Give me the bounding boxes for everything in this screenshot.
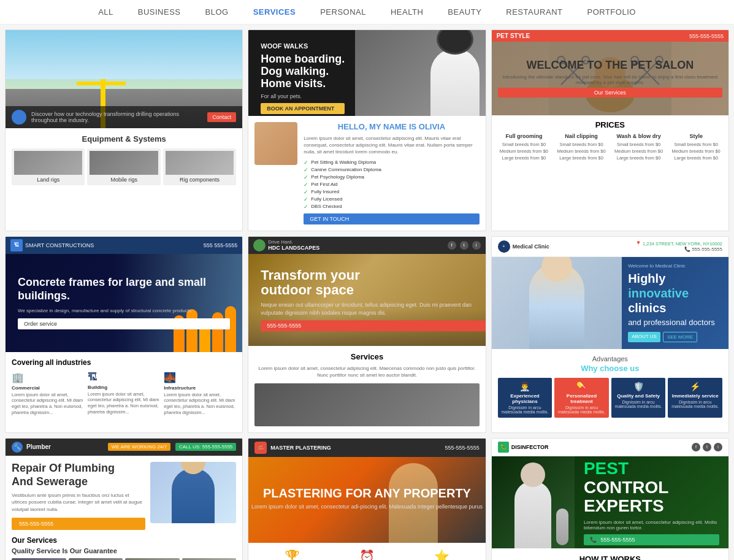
nav-beauty[interactable]: BEAUTY — [448, 7, 481, 17]
covering-section: Covering all industries 🏢 Commercial Lor… — [6, 352, 242, 422]
pet-salon-header: PET STYLE 555-555-5555 — [492, 30, 728, 42]
landscape-brand-name: Drive Hard. HDC LANDSCAPES — [268, 239, 319, 251]
instagram-icon[interactable]: i — [472, 241, 481, 250]
see-more-button[interactable]: SEE MORE — [663, 332, 697, 342]
pest-phone-button[interactable]: 📞 555-555-5555 — [584, 534, 719, 545]
about-us-button[interactable]: ABOUT US — [628, 332, 660, 342]
landscape-services-text: Lorem ipsum dolor sit amet, consectetur … — [254, 365, 479, 378]
building-icon-ind: 🏗 — [88, 372, 160, 383]
style-title: Style — [668, 133, 724, 139]
working-badge: WE ARE WORKING 24/7 — [108, 443, 170, 451]
nav-personal[interactable]: PERSONAL — [320, 7, 366, 17]
covering-title: Covering all industries — [12, 358, 236, 367]
plumber-phone-badge: CALL US: 555-555-5555 — [175, 443, 236, 451]
nav-health[interactable]: HEALTH — [391, 7, 423, 17]
pet-hero-overlay: WELCOME TO THE PET SALON Introducing the… — [492, 42, 728, 115]
construction-hero-image: Discover how our technology transforming… — [6, 30, 242, 128]
landscape-name-text: HDC LANDSCAPES — [268, 245, 319, 251]
card-grid: Discover how our technology transforming… — [0, 25, 734, 560]
construction-banner: Discover how our technology transforming… — [6, 106, 242, 128]
landscape-phone-button[interactable]: 555-555-5555 — [261, 320, 485, 331]
plumber-top-bar: 🔧 Plumber WE ARE WORKING 24/7 CALL US: 5… — [6, 439, 242, 456]
phone-pest-icon: 📞 — [590, 537, 597, 543]
pest-facebook-icon[interactable]: f — [692, 443, 700, 451]
twitter-icon[interactable]: t — [460, 241, 468, 250]
pest-twitter-icon[interactable]: t — [703, 443, 711, 451]
infrastructure-icon: 🌉 — [164, 372, 236, 383]
adv-experienced: 👨‍⚕️ Experienced physicians Dignissim in… — [498, 378, 552, 418]
facebook-icon[interactable]: f — [448, 241, 456, 250]
pest-cta-text: 555-555-5555 — [600, 537, 635, 543]
pest-line3: EXPERTS — [584, 497, 719, 516]
book-appointment-button[interactable]: BOOK AN APPOINTMENT — [261, 103, 345, 114]
feature-feedback: ⭐ 5 STAR FEEDBACK Lorem ipsum dolor sit … — [405, 549, 480, 560]
concrete-top-bar: 🏗 SMART CONSTRUCTIONS 555 555-5555 — [6, 237, 242, 254]
check-icon-1: ✓ — [304, 159, 308, 166]
headline-outdoor: outdoor space — [261, 283, 485, 297]
equip-mobile-rigs[interactable]: Mobile rigs — [87, 148, 160, 185]
feature-experience: ⏰ OVER 20 YEARS EXPERIENCE Lorem ipsum d… — [329, 549, 404, 560]
dog-subtext: For all your pets. — [261, 93, 345, 99]
equip-land-rigs[interactable]: Land rigs — [12, 148, 85, 185]
nav-all[interactable]: ALL — [98, 7, 113, 17]
medical-logo: + Medical Clinic — [498, 240, 549, 253]
landscape-subbrand: Drive Hard. — [268, 239, 319, 245]
building-desc: Lorem ipsum dolor sit amet, consectetur … — [88, 391, 160, 415]
plumber-phone-button[interactable]: 555-555-5555 — [12, 518, 145, 530]
dog-photo — [355, 30, 485, 116]
cert-4: ✓Pet First Aid — [304, 182, 479, 188]
phone-icon: 📞 — [684, 247, 690, 252]
dog-profile-section: HELLO, MY NAME IS OLIVIA Lorem ipsum dol… — [248, 116, 485, 231]
services-preview-image — [254, 383, 479, 426]
contact-button[interactable]: Contact — [207, 112, 236, 122]
medical-logo-icon: + — [498, 240, 510, 253]
quality-guarantee: Quality Service Is Our Guarantee — [12, 547, 236, 554]
plastering-text-overlay: PLASTERING FOR ANY PROPERTY Lorem ipsum … — [251, 486, 483, 513]
price-nail-clipping: Nail clipping Small breeds from $0 Mediu… — [554, 133, 609, 162]
nav-services[interactable]: SERVICES — [253, 7, 296, 17]
check-icon-4: ✓ — [304, 182, 308, 188]
profile-bio: Lorem ipsum dolor sit amet, consectetur … — [304, 135, 479, 156]
cert-text-1: Pet Sitting & Walking Diploma — [311, 159, 376, 165]
pest-description: Lorem ipsum dolor sit amet, consectetur … — [584, 520, 719, 531]
building-icon: 🏗 — [14, 242, 19, 248]
commercial-desc: Lorem ipsum dolor sit amet, consectetur … — [12, 392, 84, 416]
nav-business[interactable]: BUSINESS — [138, 7, 181, 17]
nav-portfolio[interactable]: PORTFOLIO — [587, 7, 635, 17]
get-in-touch-button[interactable]: GET IN TOUCH — [304, 213, 479, 224]
full-grooming-large: Large breeds from $0 — [497, 155, 552, 161]
medical-buttons: ABOUT US SEE MORE — [628, 332, 722, 342]
price-style: Style Small breeds from $0 Medium breeds… — [668, 133, 724, 162]
pet-services-button[interactable]: Our Services — [498, 88, 722, 98]
cert-text-5: Fully Insured — [311, 189, 339, 194]
landscape-brand: Drive Hard. HDC LANDSCAPES — [253, 239, 319, 251]
nail-clipping-title: Nail clipping — [554, 133, 609, 139]
cert-2: ✓Canine Communication Diploma — [304, 167, 479, 173]
equip-rig-components[interactable]: Rig components — [163, 148, 236, 185]
concrete-text-overlay: Concrete frames for large and small buil… — [6, 264, 242, 341]
how-it-works-title: HOW IT WORKS — [498, 554, 722, 560]
plumber-worker-photo — [150, 462, 236, 523]
feedback-icon: ⭐ — [405, 549, 480, 560]
nav-restaurant[interactable]: RESTAURANT — [506, 7, 562, 17]
industry-infrastructure: 🌉 Infrastructure Lorem ipsum dolor sit a… — [164, 372, 236, 416]
nav-blog[interactable]: BLOG — [205, 7, 229, 17]
how-it-works-section: HOW IT WORKS 🔍 PEST INSPECTION Lorem ips… — [492, 548, 728, 560]
concrete-hero: Concrete frames for large and small buil… — [6, 254, 242, 352]
check-icon-6: ✓ — [304, 196, 308, 202]
rig-components-image — [166, 151, 234, 175]
prices-title: PRICES — [497, 120, 724, 129]
experienced-title: Experienced physicians — [500, 393, 550, 404]
full-grooming-title: Full grooming — [497, 133, 552, 139]
order-service-button[interactable]: Order service — [18, 318, 230, 329]
plumber-headline: Repair Of Plumbing And Sewerage — [12, 462, 145, 488]
quality-section: Our Services Quality Service Is Our Guar… — [6, 536, 242, 560]
headline-transform: Transform your — [261, 268, 485, 283]
pest-instagram-icon[interactable]: i — [714, 443, 722, 451]
experience-icon: ⏰ — [329, 549, 404, 560]
pest-logo-icon: 🐛 — [498, 442, 509, 453]
concrete-phone: 555 555-5555 — [204, 242, 238, 248]
card-construction: Discover how our technology transforming… — [5, 29, 243, 231]
dog-brand-name: WOOF WALKS — [261, 42, 345, 50]
pest-worker-body — [514, 481, 551, 548]
